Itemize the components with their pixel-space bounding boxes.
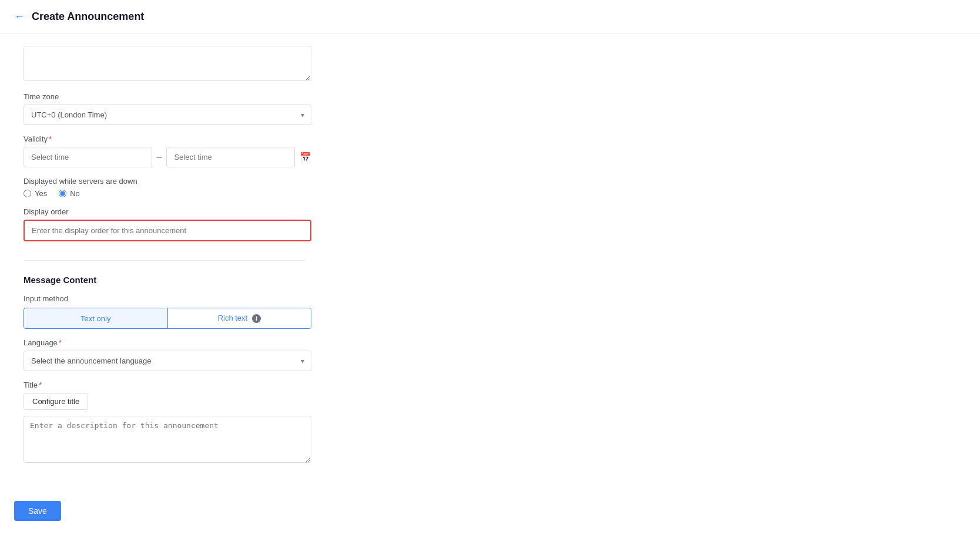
language-section: Language* Select the announcement langua… [24, 338, 306, 371]
servers-down-no-radio[interactable] [59, 190, 66, 197]
header: ← Create Announcement [0, 0, 980, 34]
servers-down-no-label[interactable]: No [59, 189, 80, 198]
rich-text-btn[interactable]: Rich text i [167, 308, 311, 328]
timezone-section: Time zone UTC+0 (London Time) ▾ [24, 92, 306, 125]
input-method-section: Input method Text only Rich text i [24, 294, 306, 329]
calendar-icon: 📅 [300, 152, 311, 163]
validity-end-input[interactable] [166, 147, 295, 167]
rich-text-info-icon: i [252, 314, 261, 323]
back-button[interactable]: ← [14, 11, 25, 23]
language-select-wrapper: Select the announcement language English… [24, 351, 311, 371]
text-only-btn[interactable]: Text only [24, 308, 167, 328]
top-textarea[interactable] [24, 46, 311, 81]
validity-label: Validity* [24, 134, 306, 143]
message-content-title: Message Content [24, 275, 306, 285]
title-section: Title* Configure title [24, 381, 306, 465]
validity-start-input[interactable] [24, 147, 152, 167]
content-area: Time zone UTC+0 (London Time) ▾ Validity… [0, 34, 329, 497]
configure-title-button[interactable]: Configure title [24, 393, 88, 410]
servers-down-section: Displayed while servers are down Yes No [24, 177, 306, 198]
title-label: Title* [24, 381, 306, 389]
servers-down-yes-label[interactable]: Yes [24, 189, 47, 198]
description-textarea[interactable] [24, 416, 311, 463]
top-textarea-wrapper [24, 34, 306, 83]
language-required-star: * [59, 338, 62, 347]
language-select[interactable]: Select the announcement language English… [24, 351, 311, 371]
timezone-select[interactable]: UTC+0 (London Time) [24, 105, 311, 125]
display-order-label: Display order [24, 207, 306, 216]
servers-down-radio-group: Yes No [24, 189, 306, 198]
timezone-select-wrapper: UTC+0 (London Time) ▾ [24, 105, 311, 125]
validity-section: Validity* – 📅 [24, 134, 306, 167]
save-button[interactable]: Save [14, 501, 61, 521]
page-wrapper: ← Create Announcement Time zone UTC+0 (L… [0, 0, 980, 535]
servers-down-label: Displayed while servers are down [24, 177, 306, 186]
validity-required-star: * [49, 134, 52, 143]
timezone-label: Time zone [24, 92, 306, 101]
servers-down-yes-radio[interactable] [24, 190, 31, 197]
input-method-toggle-group: Text only Rich text i [24, 308, 311, 329]
display-order-section: Display order [24, 207, 306, 241]
validity-row: – 📅 [24, 147, 311, 167]
language-label: Language* [24, 338, 306, 347]
title-required-star: * [39, 381, 42, 389]
validity-dash: – [157, 152, 162, 163]
display-order-input[interactable] [24, 220, 311, 241]
message-content-section: Message Content Input method Text only R… [24, 260, 306, 465]
page-title: Create Announcement [32, 11, 144, 23]
input-method-label: Input method [24, 294, 306, 303]
